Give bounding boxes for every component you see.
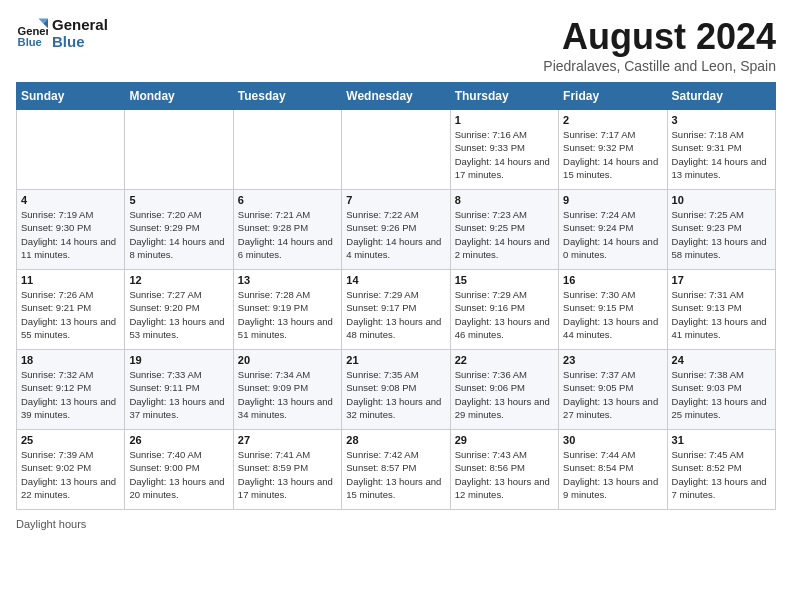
day-cell: 24Sunrise: 7:38 AM Sunset: 9:03 PM Dayli… bbox=[667, 350, 775, 430]
day-cell: 31Sunrise: 7:45 AM Sunset: 8:52 PM Dayli… bbox=[667, 430, 775, 510]
day-info: Sunrise: 7:26 AM Sunset: 9:21 PM Dayligh… bbox=[21, 288, 120, 341]
day-info: Sunrise: 7:27 AM Sunset: 9:20 PM Dayligh… bbox=[129, 288, 228, 341]
day-cell: 21Sunrise: 7:35 AM Sunset: 9:08 PM Dayli… bbox=[342, 350, 450, 430]
day-cell bbox=[17, 110, 125, 190]
day-number: 10 bbox=[672, 194, 771, 206]
day-number: 15 bbox=[455, 274, 554, 286]
day-info: Sunrise: 7:23 AM Sunset: 9:25 PM Dayligh… bbox=[455, 208, 554, 261]
day-info: Sunrise: 7:40 AM Sunset: 9:00 PM Dayligh… bbox=[129, 448, 228, 501]
day-cell: 15Sunrise: 7:29 AM Sunset: 9:16 PM Dayli… bbox=[450, 270, 558, 350]
day-number: 6 bbox=[238, 194, 337, 206]
day-cell: 11Sunrise: 7:26 AM Sunset: 9:21 PM Dayli… bbox=[17, 270, 125, 350]
day-number: 9 bbox=[563, 194, 662, 206]
day-cell: 22Sunrise: 7:36 AM Sunset: 9:06 PM Dayli… bbox=[450, 350, 558, 430]
day-cell: 29Sunrise: 7:43 AM Sunset: 8:56 PM Dayli… bbox=[450, 430, 558, 510]
day-info: Sunrise: 7:35 AM Sunset: 9:08 PM Dayligh… bbox=[346, 368, 445, 421]
day-cell bbox=[125, 110, 233, 190]
header-thursday: Thursday bbox=[450, 83, 558, 110]
day-number: 4 bbox=[21, 194, 120, 206]
day-info: Sunrise: 7:37 AM Sunset: 9:05 PM Dayligh… bbox=[563, 368, 662, 421]
logo: General Blue General Blue bbox=[16, 16, 108, 50]
day-cell: 2Sunrise: 7:17 AM Sunset: 9:32 PM Daylig… bbox=[559, 110, 667, 190]
day-number: 19 bbox=[129, 354, 228, 366]
day-cell: 18Sunrise: 7:32 AM Sunset: 9:12 PM Dayli… bbox=[17, 350, 125, 430]
day-number: 11 bbox=[21, 274, 120, 286]
day-info: Sunrise: 7:42 AM Sunset: 8:57 PM Dayligh… bbox=[346, 448, 445, 501]
day-cell: 14Sunrise: 7:29 AM Sunset: 9:17 PM Dayli… bbox=[342, 270, 450, 350]
header-saturday: Saturday bbox=[667, 83, 775, 110]
day-info: Sunrise: 7:22 AM Sunset: 9:26 PM Dayligh… bbox=[346, 208, 445, 261]
header-monday: Monday bbox=[125, 83, 233, 110]
day-info: Sunrise: 7:17 AM Sunset: 9:32 PM Dayligh… bbox=[563, 128, 662, 181]
calendar-title: August 2024 bbox=[543, 16, 776, 58]
day-number: 22 bbox=[455, 354, 554, 366]
svg-text:General: General bbox=[18, 25, 48, 37]
day-info: Sunrise: 7:43 AM Sunset: 8:56 PM Dayligh… bbox=[455, 448, 554, 501]
day-info: Sunrise: 7:36 AM Sunset: 9:06 PM Dayligh… bbox=[455, 368, 554, 421]
header-wednesday: Wednesday bbox=[342, 83, 450, 110]
day-number: 21 bbox=[346, 354, 445, 366]
day-number: 18 bbox=[21, 354, 120, 366]
day-cell: 17Sunrise: 7:31 AM Sunset: 9:13 PM Dayli… bbox=[667, 270, 775, 350]
calendar-header-row: SundayMondayTuesdayWednesdayThursdayFrid… bbox=[17, 83, 776, 110]
day-number: 5 bbox=[129, 194, 228, 206]
page-header: General Blue General Blue August 2024 Pi… bbox=[16, 16, 776, 74]
week-row-5: 25Sunrise: 7:39 AM Sunset: 9:02 PM Dayli… bbox=[17, 430, 776, 510]
day-cell: 3Sunrise: 7:18 AM Sunset: 9:31 PM Daylig… bbox=[667, 110, 775, 190]
day-info: Sunrise: 7:18 AM Sunset: 9:31 PM Dayligh… bbox=[672, 128, 771, 181]
day-cell: 27Sunrise: 7:41 AM Sunset: 8:59 PM Dayli… bbox=[233, 430, 341, 510]
day-info: Sunrise: 7:20 AM Sunset: 9:29 PM Dayligh… bbox=[129, 208, 228, 261]
day-info: Sunrise: 7:32 AM Sunset: 9:12 PM Dayligh… bbox=[21, 368, 120, 421]
day-cell: 30Sunrise: 7:44 AM Sunset: 8:54 PM Dayli… bbox=[559, 430, 667, 510]
day-cell: 10Sunrise: 7:25 AM Sunset: 9:23 PM Dayli… bbox=[667, 190, 775, 270]
day-cell bbox=[233, 110, 341, 190]
day-cell: 25Sunrise: 7:39 AM Sunset: 9:02 PM Dayli… bbox=[17, 430, 125, 510]
day-number: 24 bbox=[672, 354, 771, 366]
logo-icon: General Blue bbox=[16, 17, 48, 49]
day-info: Sunrise: 7:21 AM Sunset: 9:28 PM Dayligh… bbox=[238, 208, 337, 261]
day-number: 14 bbox=[346, 274, 445, 286]
week-row-4: 18Sunrise: 7:32 AM Sunset: 9:12 PM Dayli… bbox=[17, 350, 776, 430]
day-info: Sunrise: 7:34 AM Sunset: 9:09 PM Dayligh… bbox=[238, 368, 337, 421]
day-cell: 28Sunrise: 7:42 AM Sunset: 8:57 PM Dayli… bbox=[342, 430, 450, 510]
calendar-subtitle: Piedralaves, Castille and Leon, Spain bbox=[543, 58, 776, 74]
day-cell: 5Sunrise: 7:20 AM Sunset: 9:29 PM Daylig… bbox=[125, 190, 233, 270]
day-number: 30 bbox=[563, 434, 662, 446]
day-number: 17 bbox=[672, 274, 771, 286]
day-number: 16 bbox=[563, 274, 662, 286]
svg-text:Blue: Blue bbox=[18, 36, 42, 48]
day-cell: 4Sunrise: 7:19 AM Sunset: 9:30 PM Daylig… bbox=[17, 190, 125, 270]
day-info: Sunrise: 7:45 AM Sunset: 8:52 PM Dayligh… bbox=[672, 448, 771, 501]
header-sunday: Sunday bbox=[17, 83, 125, 110]
day-number: 12 bbox=[129, 274, 228, 286]
day-number: 8 bbox=[455, 194, 554, 206]
calendar-table: SundayMondayTuesdayWednesdayThursdayFrid… bbox=[16, 82, 776, 510]
day-cell: 26Sunrise: 7:40 AM Sunset: 9:00 PM Dayli… bbox=[125, 430, 233, 510]
day-cell: 1Sunrise: 7:16 AM Sunset: 9:33 PM Daylig… bbox=[450, 110, 558, 190]
day-info: Sunrise: 7:39 AM Sunset: 9:02 PM Dayligh… bbox=[21, 448, 120, 501]
logo-blue: Blue bbox=[52, 33, 108, 50]
day-info: Sunrise: 7:41 AM Sunset: 8:59 PM Dayligh… bbox=[238, 448, 337, 501]
day-cell: 8Sunrise: 7:23 AM Sunset: 9:25 PM Daylig… bbox=[450, 190, 558, 270]
week-row-1: 1Sunrise: 7:16 AM Sunset: 9:33 PM Daylig… bbox=[17, 110, 776, 190]
day-info: Sunrise: 7:38 AM Sunset: 9:03 PM Dayligh… bbox=[672, 368, 771, 421]
day-number: 13 bbox=[238, 274, 337, 286]
day-number: 28 bbox=[346, 434, 445, 446]
day-info: Sunrise: 7:30 AM Sunset: 9:15 PM Dayligh… bbox=[563, 288, 662, 341]
day-info: Sunrise: 7:25 AM Sunset: 9:23 PM Dayligh… bbox=[672, 208, 771, 261]
day-info: Sunrise: 7:16 AM Sunset: 9:33 PM Dayligh… bbox=[455, 128, 554, 181]
day-cell: 12Sunrise: 7:27 AM Sunset: 9:20 PM Dayli… bbox=[125, 270, 233, 350]
day-number: 27 bbox=[238, 434, 337, 446]
footer-daylight: Daylight hours bbox=[16, 518, 776, 530]
day-cell: 16Sunrise: 7:30 AM Sunset: 9:15 PM Dayli… bbox=[559, 270, 667, 350]
day-info: Sunrise: 7:24 AM Sunset: 9:24 PM Dayligh… bbox=[563, 208, 662, 261]
logo-general: General bbox=[52, 16, 108, 33]
day-number: 2 bbox=[563, 114, 662, 126]
day-info: Sunrise: 7:19 AM Sunset: 9:30 PM Dayligh… bbox=[21, 208, 120, 261]
day-cell bbox=[342, 110, 450, 190]
day-cell: 20Sunrise: 7:34 AM Sunset: 9:09 PM Dayli… bbox=[233, 350, 341, 430]
day-number: 20 bbox=[238, 354, 337, 366]
day-number: 1 bbox=[455, 114, 554, 126]
day-cell: 23Sunrise: 7:37 AM Sunset: 9:05 PM Dayli… bbox=[559, 350, 667, 430]
day-info: Sunrise: 7:31 AM Sunset: 9:13 PM Dayligh… bbox=[672, 288, 771, 341]
